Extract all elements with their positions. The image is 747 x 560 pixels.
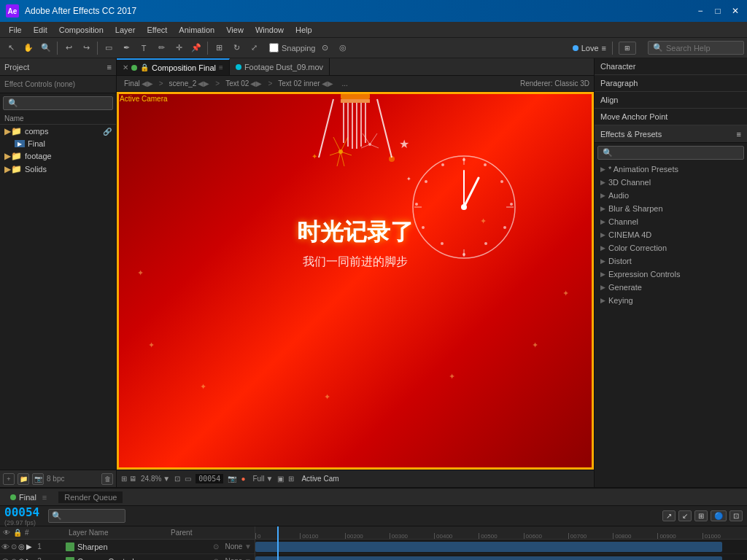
menu-item-composition[interactable]: Composition	[53, 24, 109, 36]
rect-tool[interactable]: ▭	[101, 40, 117, 56]
region-icon[interactable]: ▭	[185, 475, 191, 483]
delete-btn[interactable]: 🗑	[101, 473, 113, 485]
monitor-icon[interactable]: 🖥	[129, 475, 136, 483]
tl-btn-1[interactable]: ↗	[662, 510, 676, 521]
menu-item-window[interactable]: Window	[249, 24, 290, 36]
layer-2-parent[interactable]: None ▼	[222, 557, 255, 560]
quality-control[interactable]: Full ▼	[252, 475, 273, 483]
effects-item-expression-controls[interactable]: ▶ Expression Controls	[595, 268, 747, 281]
effects-item-audio[interactable]: ▶ Audio	[595, 189, 747, 202]
render-queue-tab[interactable]: Render Queue	[58, 491, 123, 503]
zoom-tool[interactable]: 🔍	[38, 40, 54, 56]
comp-tab-close-x[interactable]: ✕	[123, 63, 128, 71]
effects-item-channel[interactable]: ▶ Channel	[595, 215, 747, 228]
layer-2-eye[interactable]: 👁	[1, 557, 9, 561]
tl-btn-4[interactable]: 🔵	[711, 510, 727, 521]
selection-tool[interactable]: ↖	[3, 40, 19, 56]
tl-layer-2[interactable]: 👁 ⊙ ◎ ▶ 2 Camera Control ⊙ None ▼	[0, 554, 255, 560]
comp-tab-menu[interactable]: ≡	[219, 63, 223, 71]
project-menu-icon[interactable]: ≡	[107, 63, 112, 71]
menu-item-animation[interactable]: Animation	[173, 24, 220, 36]
align-header[interactable]: Align	[595, 92, 747, 108]
paragraph-header[interactable]: Paragraph	[595, 75, 747, 91]
layer-2-expand[interactable]: ▶	[26, 557, 32, 560]
nav-item-scene2[interactable]: scene_2 ◀▶	[166, 79, 213, 88]
new-item-btn[interactable]: +	[3, 473, 15, 485]
rotate-tool[interactable]: ↻	[228, 40, 244, 56]
effects-item-blur-sharpen[interactable]: ▶ Blur & Sharpen	[595, 202, 747, 215]
pen-tool[interactable]: ✒	[118, 40, 134, 56]
tl-btn-5[interactable]: ⊡	[729, 510, 743, 521]
timeline-tab-final[interactable]: Final ≡	[4, 491, 53, 503]
effects-search-input[interactable]	[616, 149, 739, 157]
effects-item-keying[interactable]: ▶ Keying	[595, 294, 747, 307]
minimize-button[interactable]: −	[694, 5, 706, 17]
effects-menu-icon[interactable]: ≡	[737, 130, 741, 139]
tree-item-final[interactable]: ▶ Final	[0, 138, 116, 149]
align-tool[interactable]: ⊞	[211, 40, 227, 56]
anchor-tool[interactable]: ✛	[171, 40, 187, 56]
scale-tool[interactable]: ⤢	[246, 40, 262, 56]
transparency-icon[interactable]: ⊞	[288, 475, 294, 483]
layer-2-lock[interactable]: ⊙	[11, 557, 17, 560]
playhead[interactable]	[277, 526, 279, 560]
channels-icon[interactable]: ▣	[277, 475, 284, 483]
camera-pan-tool[interactable]: ◎	[335, 40, 351, 56]
tree-item-solids[interactable]: ▶📁 Solids	[0, 163, 116, 176]
menu-item-view[interactable]: View	[220, 24, 249, 36]
project-search-input[interactable]	[21, 99, 108, 107]
folder-btn[interactable]: 📁	[18, 473, 29, 485]
workspace-menu-icon[interactable]: ≡	[602, 44, 606, 52]
tl-layer-1[interactable]: 👁 ⊙ ◎ ▶ 1 Sharpen ⊙ None ▼	[0, 540, 255, 554]
tree-item-footage[interactable]: ▶📁 footage	[0, 149, 116, 163]
redo-tool[interactable]: ↪	[78, 40, 94, 56]
effects-item-animation-presets[interactable]: ▶ * Animation Presets	[595, 163, 747, 176]
tl-search-input[interactable]	[63, 512, 122, 520]
layer-1-expand[interactable]: ▶	[26, 542, 32, 551]
effects-item-distort[interactable]: ▶ Distort	[595, 254, 747, 268]
menu-item-file[interactable]: File	[3, 24, 28, 36]
menu-item-help[interactable]: Help	[290, 24, 318, 36]
layer-2-solo[interactable]: ◎	[18, 557, 25, 560]
move-anchor-header[interactable]: Move Anchor Point	[595, 109, 747, 125]
undo-tool[interactable]: ↩	[61, 40, 77, 56]
layer-1-parent[interactable]: None ▼	[222, 542, 255, 551]
fit-icon[interactable]: ⊡	[174, 475, 180, 483]
text-tool[interactable]: T	[136, 40, 152, 56]
nav-item-text02[interactable]: Text 02 ◀▶	[222, 79, 265, 88]
tl-btn-2[interactable]: ↙	[678, 510, 692, 521]
comp-tab-final[interactable]: ✕ 🔒 Composition Final ≡	[117, 58, 230, 75]
motion-icon[interactable]: ●	[241, 475, 245, 483]
hand-tool[interactable]: ✋	[20, 40, 36, 56]
snapping-checkbox[interactable]	[269, 43, 279, 52]
effects-item-3d-channel[interactable]: ▶ 3D Channel	[595, 176, 747, 189]
help-search-input[interactable]	[666, 44, 739, 52]
menu-item-edit[interactable]: Edit	[28, 24, 53, 36]
effect-controls-tab[interactable]: Effect Controls (none)	[0, 76, 116, 93]
footage-tab[interactable]: Footage Dust_09.mov	[230, 58, 330, 75]
layer-1-solo[interactable]: ◎	[18, 542, 25, 551]
effects-item-color-correction[interactable]: ▶ Color Correction	[595, 241, 747, 254]
camera-icon[interactable]: 📷	[228, 475, 236, 483]
effects-item-generate[interactable]: ▶ Generate	[595, 281, 747, 294]
menu-item-effect[interactable]: Effect	[141, 24, 173, 36]
puppet-tool[interactable]: 📌	[188, 40, 204, 56]
maximize-button[interactable]: □	[712, 5, 724, 17]
character-header[interactable]: Character	[595, 58, 747, 74]
effects-item-cinema4d[interactable]: ▶ CINEMA 4D	[595, 228, 747, 241]
camera-btn[interactable]: 📷	[32, 473, 44, 485]
layer-1-eye[interactable]: 👁	[1, 542, 9, 551]
preview-icon[interactable]: ⊞	[121, 475, 127, 483]
nav-item-final[interactable]: Final ◀▶	[121, 79, 156, 88]
timeline-tab-menu[interactable]: ≡	[42, 493, 47, 502]
tree-item-comps[interactable]: ▶📁 comps 🔗	[0, 125, 116, 138]
nav-item-text02inner[interactable]: Text 02 inner ◀▶	[275, 79, 336, 88]
paint-tool[interactable]: ✏	[153, 40, 169, 56]
camera-orbit-tool[interactable]: ⊙	[317, 40, 333, 56]
zoom-control[interactable]: 24.8% ▼	[141, 475, 170, 483]
tl-btn-3[interactable]: ⊞	[694, 510, 708, 521]
menu-item-layer[interactable]: Layer	[109, 24, 142, 36]
layer-1-lock[interactable]: ⊙	[11, 542, 17, 551]
workspace-icon-btn[interactable]: ⊞	[619, 42, 636, 55]
close-button[interactable]: ✕	[729, 5, 741, 17]
